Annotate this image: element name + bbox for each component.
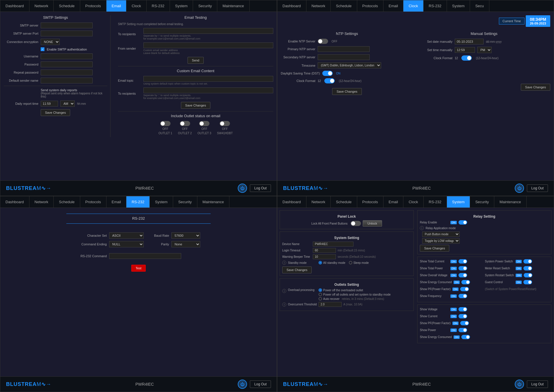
tab-network-c[interactable]: Network bbox=[306, 0, 331, 12]
char-set-select[interactable]: ASCII bbox=[109, 232, 144, 239]
overload-option3[interactable]: Auto recover retries, in 3 mins (Default… bbox=[319, 297, 391, 300]
smtp-server-input[interactable] bbox=[41, 23, 93, 28]
tab-rs232-c[interactable]: RS-232 bbox=[424, 0, 447, 12]
overload-option1[interactable]: Power off the overloaded outlet bbox=[319, 288, 391, 292]
out-show-power-toggle[interactable] bbox=[458, 328, 467, 332]
tab-clock-c[interactable]: Clock bbox=[403, 0, 424, 12]
tab-protocols-r[interactable]: Protocols bbox=[80, 196, 106, 208]
rs232-cmd-input[interactable] bbox=[109, 253, 181, 259]
system-save-button[interactable]: Save Changes bbox=[282, 266, 312, 273]
guest-control-toggle[interactable] bbox=[523, 280, 532, 284]
outlet3-toggle[interactable] bbox=[199, 121, 209, 126]
logout-button-r[interactable]: Log Out bbox=[250, 380, 271, 388]
sender-name-input[interactable] bbox=[41, 78, 93, 83]
tab-rs232[interactable]: RS-232 bbox=[147, 0, 170, 12]
meter-reset-toggle[interactable] bbox=[523, 266, 532, 270]
tab-maintenance-r[interactable]: Maintenance bbox=[197, 196, 229, 208]
tab-maintenance-s[interactable]: Maintenance bbox=[494, 196, 526, 208]
auth-checkbox[interactable]: ✓ bbox=[41, 47, 44, 51]
tab-protocols-s[interactable]: Protocols bbox=[357, 196, 383, 208]
standby-sleep-radio[interactable]: Sleep mode bbox=[349, 261, 369, 264]
send-button[interactable]: Send bbox=[188, 57, 204, 64]
tab-protocols[interactable]: Protocols bbox=[80, 0, 106, 12]
parity-select[interactable]: None Odd Even bbox=[171, 241, 200, 247]
tab-network[interactable]: Network bbox=[29, 0, 54, 12]
tab-schedule-s[interactable]: Schedule bbox=[331, 196, 357, 208]
from-sender-input[interactable] bbox=[143, 42, 273, 48]
tab-dashboard[interactable]: Dashboard bbox=[0, 0, 29, 12]
custom-to-input[interactable] bbox=[143, 87, 273, 93]
overload-option2[interactable]: Power off all outlets and set system to … bbox=[319, 293, 391, 296]
timezone-select[interactable]: (GMT) Dublin, Edinburgh, Lisbon, London,… bbox=[318, 62, 381, 68]
smtp-save-button[interactable]: Save Changes bbox=[41, 109, 70, 116]
tab-security-s[interactable]: Security bbox=[470, 196, 494, 208]
sw41hdbt-toggle[interactable] bbox=[220, 121, 230, 126]
cmd-ending-select[interactable]: NULL CR LF CR+LF bbox=[109, 241, 144, 247]
dst-toggle[interactable] bbox=[322, 71, 333, 76]
power-button-c[interactable]: ⏻ bbox=[515, 184, 524, 193]
tab-schedule[interactable]: Schedule bbox=[54, 0, 80, 12]
tab-schedule-c[interactable]: Schedule bbox=[331, 0, 357, 12]
show-freq-toggle[interactable] bbox=[458, 294, 467, 298]
tab-maintenance[interactable]: Maintenance bbox=[217, 0, 249, 12]
tab-schedule-r[interactable]: Schedule bbox=[54, 196, 80, 208]
tab-rs232-r[interactable]: RS-232 bbox=[126, 196, 150, 208]
daily-period-select[interactable]: AMPM bbox=[60, 100, 75, 107]
unlock-button[interactable]: Unlock bbox=[363, 220, 382, 227]
email-topic-input[interactable] bbox=[143, 76, 273, 82]
set-time-input[interactable] bbox=[455, 47, 475, 53]
tab-dashboard-r[interactable]: Dashboard bbox=[0, 196, 29, 208]
tab-dashboard-s[interactable]: Dashboard bbox=[277, 196, 306, 208]
set-time-period[interactable]: PMAM bbox=[477, 47, 492, 53]
ntp-clock-format-toggle[interactable] bbox=[324, 78, 335, 83]
login-timeout-input[interactable] bbox=[313, 248, 336, 253]
test-button[interactable]: Test bbox=[131, 265, 146, 272]
power-button-s[interactable]: ⏻ bbox=[515, 380, 524, 389]
overcurrent-input[interactable] bbox=[319, 302, 342, 307]
relay-app-mode-select[interactable]: Push Button mode Toggle mode Momentary m… bbox=[422, 232, 460, 237]
ntp-enable-toggle[interactable] bbox=[318, 39, 328, 44]
username-input[interactable] bbox=[41, 53, 93, 59]
tab-system-s[interactable]: System bbox=[447, 196, 470, 208]
primary-ntp-input[interactable] bbox=[318, 46, 370, 52]
smtp-port-input[interactable] bbox=[41, 31, 93, 36]
current-time-button[interactable]: Current Time bbox=[499, 18, 525, 25]
logout-button-c[interactable]: Log Out bbox=[527, 184, 548, 192]
tab-dashboard-c[interactable]: Dashboard bbox=[277, 0, 306, 12]
relay-save-button[interactable]: Save Changes bbox=[420, 245, 449, 252]
out-show-current-toggle[interactable] bbox=[458, 314, 467, 318]
repeat-pw-input[interactable] bbox=[41, 70, 93, 75]
tab-clock[interactable]: Clock bbox=[126, 0, 147, 12]
tab-security-r[interactable]: Security bbox=[173, 196, 197, 208]
conn-enc-select[interactable]: NONE bbox=[41, 39, 60, 45]
tab-email-s[interactable]: Email bbox=[383, 196, 404, 208]
manual-save-button[interactable]: Save Changes bbox=[521, 84, 550, 91]
power-button-r[interactable]: ⏻ bbox=[238, 380, 247, 389]
tab-rs232-s[interactable]: RS-232 bbox=[424, 196, 447, 208]
tab-security[interactable]: Security bbox=[193, 0, 217, 12]
out-show-voltage-toggle[interactable] bbox=[458, 307, 467, 311]
set-date-input[interactable] bbox=[455, 39, 484, 44]
beeper-input[interactable] bbox=[313, 254, 336, 259]
to-recipients-input[interactable] bbox=[143, 28, 273, 34]
tab-security-c[interactable]: Secu bbox=[470, 0, 489, 12]
password-input[interactable] bbox=[41, 61, 93, 67]
baud-rate-select[interactable]: 57600 9600 19200 38400 115200 bbox=[171, 232, 200, 239]
tab-network-s[interactable]: Network bbox=[306, 196, 331, 208]
custom-save-button[interactable]: Save Changes bbox=[181, 102, 210, 109]
tab-network-r[interactable]: Network bbox=[29, 196, 54, 208]
tab-protocols-c[interactable]: Protocols bbox=[357, 0, 383, 12]
outlet2-toggle[interactable] bbox=[180, 121, 190, 126]
tab-email-r[interactable]: Email bbox=[106, 196, 127, 208]
show-total-power-toggle[interactable] bbox=[458, 266, 467, 270]
sys-power-switch-toggle[interactable] bbox=[523, 259, 532, 264]
tab-clock-s[interactable]: Clock bbox=[403, 196, 424, 208]
out-show-energy-toggle[interactable] bbox=[461, 335, 470, 339]
tab-email[interactable]: Email bbox=[106, 0, 127, 12]
tab-system-c[interactable]: System bbox=[447, 0, 470, 12]
relay-voltage-select[interactable]: Toggle by LOW voltage Toggle by HIGH vol… bbox=[422, 238, 460, 244]
panel-lock-toggle[interactable] bbox=[351, 221, 361, 226]
show-energy-toggle[interactable] bbox=[461, 280, 470, 284]
show-total-current-toggle[interactable] bbox=[458, 259, 467, 264]
tab-email-c[interactable]: Email bbox=[383, 0, 404, 12]
